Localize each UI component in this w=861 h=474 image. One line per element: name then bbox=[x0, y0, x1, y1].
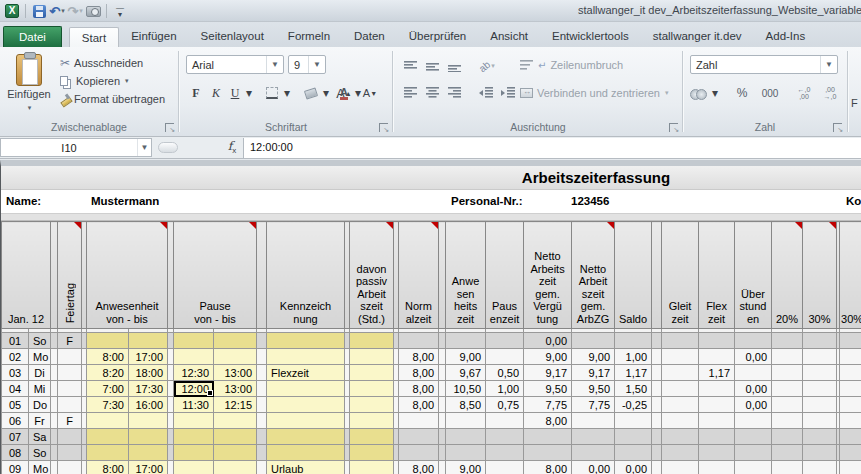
camera-button[interactable] bbox=[84, 2, 102, 20]
cell-gleit[interactable] bbox=[662, 349, 699, 365]
cell-pausenzeit[interactable] bbox=[486, 413, 524, 429]
cell-gap8[interactable] bbox=[652, 445, 662, 461]
cell-p30b[interactable] bbox=[840, 365, 861, 381]
cell-norm[interactable]: 8,00 bbox=[399, 365, 439, 381]
cell-anw_bis[interactable]: 17:00 bbox=[129, 461, 168, 474]
cell-flex[interactable] bbox=[699, 349, 735, 365]
header-netto_verguetung[interactable]: Netto Arbeits zeit gem. Vergü tung bbox=[524, 222, 572, 329]
cell-pause_von[interactable] bbox=[174, 461, 214, 474]
cell-anwzeit[interactable]: 10,50 bbox=[446, 381, 486, 397]
font-color-button[interactable]: A bbox=[336, 83, 352, 103]
cut-button[interactable]: ✂Ausschneiden bbox=[58, 54, 167, 72]
cell-p30b[interactable] bbox=[840, 333, 861, 349]
cell-ueber[interactable] bbox=[735, 365, 772, 381]
header-ueberstunden[interactable]: Über stund en bbox=[735, 222, 772, 329]
cell-pause_bis[interactable]: 12:15 bbox=[214, 397, 257, 413]
cell-gap4[interactable] bbox=[257, 429, 267, 445]
cell-gap7[interactable] bbox=[439, 381, 446, 397]
cell-kennz[interactable]: Flexzeit bbox=[267, 365, 345, 381]
header-pausenzeit[interactable]: Paus enzeit bbox=[486, 222, 524, 329]
cell-day[interactable]: Mo bbox=[29, 461, 51, 474]
cell-saldo[interactable] bbox=[615, 413, 652, 429]
cell-netto_verg[interactable]: 9,50 bbox=[524, 381, 572, 397]
tab-ansicht[interactable]: Ansicht bbox=[478, 26, 540, 47]
cell-gap7[interactable] bbox=[439, 365, 446, 381]
cell-norm[interactable]: 8,00 bbox=[399, 349, 439, 365]
save-button[interactable] bbox=[30, 2, 48, 20]
cell-num[interactable]: 07 bbox=[2, 429, 29, 445]
cell-anw_bis[interactable]: 18:00 bbox=[129, 365, 168, 381]
cell-p30a[interactable] bbox=[803, 349, 837, 365]
increase-decimal-button[interactable]: ←,0 ,00 bbox=[792, 83, 816, 103]
cell-pausenzeit[interactable] bbox=[486, 349, 524, 365]
cell-num[interactable]: 05 bbox=[2, 397, 29, 413]
cell-feiertag[interactable] bbox=[58, 445, 82, 461]
cell-norm[interactable] bbox=[399, 429, 439, 445]
cell-saldo[interactable] bbox=[615, 445, 652, 461]
cell-p20[interactable] bbox=[772, 429, 803, 445]
cell-day[interactable]: Fr bbox=[29, 413, 51, 429]
cell-anwzeit[interactable]: 9,00 bbox=[446, 461, 486, 474]
cell-day[interactable]: So bbox=[29, 333, 51, 349]
cell-day[interactable]: Mi bbox=[29, 381, 51, 397]
cell-feiertag[interactable] bbox=[58, 461, 82, 474]
header-flexzeit[interactable]: Flex zeit bbox=[699, 222, 735, 329]
cell-saldo[interactable]: 1,17 bbox=[615, 365, 652, 381]
cell-passiv[interactable] bbox=[350, 397, 394, 413]
cell-passiv[interactable] bbox=[350, 365, 394, 381]
cell-gap7[interactable] bbox=[439, 429, 446, 445]
paste-button[interactable]: Einfügen ▾ bbox=[4, 52, 54, 126]
cell-gap4[interactable] bbox=[257, 365, 267, 381]
cell-pausenzeit[interactable]: 0,50 bbox=[486, 365, 524, 381]
header-pct30a[interactable]: 30% bbox=[803, 222, 837, 329]
cell-p30a[interactable] bbox=[803, 413, 837, 429]
borders-dropdown[interactable]: ▾ bbox=[282, 83, 292, 103]
cell-norm[interactable] bbox=[399, 333, 439, 349]
tab-stallwanger-it-dev[interactable]: stallwanger it.dev bbox=[641, 26, 754, 47]
cell-ueber[interactable] bbox=[735, 413, 772, 429]
cell-day[interactable]: Mo bbox=[29, 349, 51, 365]
copy-button[interactable]: Kopieren▾ bbox=[58, 72, 167, 90]
cell-gap1[interactable] bbox=[51, 349, 58, 365]
cell-day[interactable]: So bbox=[29, 445, 51, 461]
cell-saldo[interactable]: 1,00 bbox=[615, 349, 652, 365]
dialog-launcher-icon[interactable] bbox=[379, 123, 388, 132]
cell-anwzeit[interactable]: 9,67 bbox=[446, 365, 486, 381]
cell-kennz[interactable] bbox=[267, 333, 345, 349]
cell-p30b[interactable] bbox=[840, 461, 861, 474]
header-b7[interactable] bbox=[439, 222, 446, 329]
cell-p30a[interactable] bbox=[803, 333, 837, 349]
cell-num[interactable]: 08 bbox=[2, 445, 29, 461]
cell-pause_von[interactable] bbox=[174, 333, 214, 349]
header-gleitzeit[interactable]: Gleit zeit bbox=[662, 222, 699, 329]
cell-feiertag[interactable]: F bbox=[58, 333, 82, 349]
cell-p20[interactable] bbox=[772, 397, 803, 413]
cell-anwzeit[interactable]: 9,00 bbox=[446, 349, 486, 365]
header-b4[interactable] bbox=[257, 222, 267, 329]
format-painter-button[interactable]: Format übertragen bbox=[58, 90, 167, 108]
cell-pause_von[interactable]: 12:30 bbox=[174, 365, 214, 381]
tab-formeln[interactable]: Formeln bbox=[276, 26, 342, 47]
cell-gleit[interactable] bbox=[662, 461, 699, 474]
cell-pause_von[interactable] bbox=[174, 445, 214, 461]
cell-anw_von[interactable] bbox=[87, 445, 129, 461]
cell-anw_von[interactable]: 7:00 bbox=[87, 381, 129, 397]
cell-anw_von[interactable]: 8:20 bbox=[87, 365, 129, 381]
cell-p30b[interactable] bbox=[840, 349, 861, 365]
cell-netto_arbzg[interactable] bbox=[572, 333, 615, 349]
cell-kennz[interactable]: Urlaub bbox=[267, 461, 345, 474]
cell-feiertag[interactable] bbox=[58, 397, 82, 413]
cell-gleit[interactable] bbox=[662, 445, 699, 461]
cell-pause_bis[interactable] bbox=[214, 413, 257, 429]
cell-saldo[interactable] bbox=[615, 333, 652, 349]
underline-dropdown[interactable]: ▾ bbox=[244, 83, 254, 103]
cell-kennz[interactable] bbox=[267, 349, 345, 365]
cell-netto_verg[interactable]: 8,00 bbox=[524, 461, 572, 474]
cell-gleit[interactable] bbox=[662, 429, 699, 445]
cell-anw_bis[interactable]: 17:30 bbox=[129, 381, 168, 397]
cell-anw_bis[interactable] bbox=[129, 333, 168, 349]
cell-anw_bis[interactable]: 16:00 bbox=[129, 397, 168, 413]
cell-kennz[interactable] bbox=[267, 397, 345, 413]
cell-gap7[interactable] bbox=[439, 397, 446, 413]
cell-p20[interactable] bbox=[772, 413, 803, 429]
